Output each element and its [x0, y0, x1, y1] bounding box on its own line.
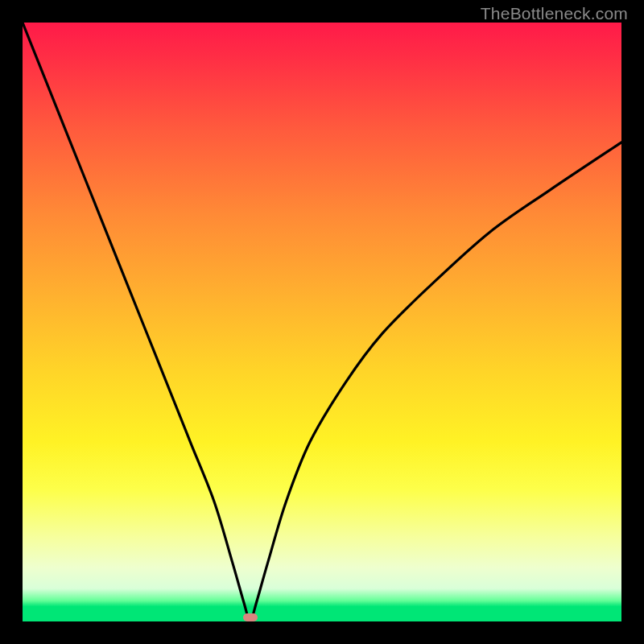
plot-area [23, 23, 621, 621]
chart-frame: TheBottleneck.com [0, 0, 644, 644]
bottleneck-curve [23, 23, 621, 621]
optimal-marker [243, 613, 258, 621]
watermark-text: TheBottleneck.com [481, 4, 628, 23]
